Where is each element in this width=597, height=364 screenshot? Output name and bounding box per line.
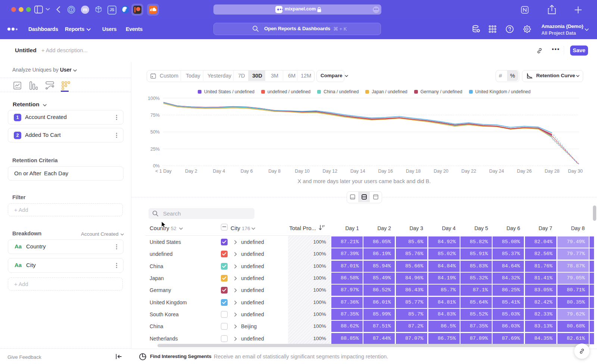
svg-text:Day 26: Day 26 bbox=[517, 169, 532, 174]
svg-text:Day 8: Day 8 bbox=[268, 169, 281, 174]
svg-text:Day 16: Day 16 bbox=[378, 169, 393, 174]
svg-text:< 1 Day: < 1 Day bbox=[155, 169, 172, 174]
svg-text:0%: 0% bbox=[153, 163, 160, 169]
svg-text:Day 18: Day 18 bbox=[406, 169, 421, 174]
svg-text:100%: 100% bbox=[148, 96, 160, 101]
svg-text:Day 10: Day 10 bbox=[295, 169, 310, 174]
svg-text:75%: 75% bbox=[150, 113, 160, 118]
svg-text:Day 20: Day 20 bbox=[434, 169, 448, 174]
svg-text:50%: 50% bbox=[150, 129, 160, 135]
svg-text:Day 6: Day 6 bbox=[241, 169, 253, 174]
svg-text:Day 2: Day 2 bbox=[185, 169, 197, 174]
svg-text:Day 4: Day 4 bbox=[213, 169, 225, 174]
svg-text:Day 24: Day 24 bbox=[489, 169, 504, 174]
svg-text:Day 30: Day 30 bbox=[568, 169, 583, 174]
svg-text:Day 12: Day 12 bbox=[323, 169, 338, 174]
svg-text:Day 14: Day 14 bbox=[350, 169, 365, 174]
svg-text:25%: 25% bbox=[150, 147, 160, 152]
svg-text:Day 22: Day 22 bbox=[462, 169, 476, 174]
svg-text:Day 28: Day 28 bbox=[545, 169, 560, 174]
